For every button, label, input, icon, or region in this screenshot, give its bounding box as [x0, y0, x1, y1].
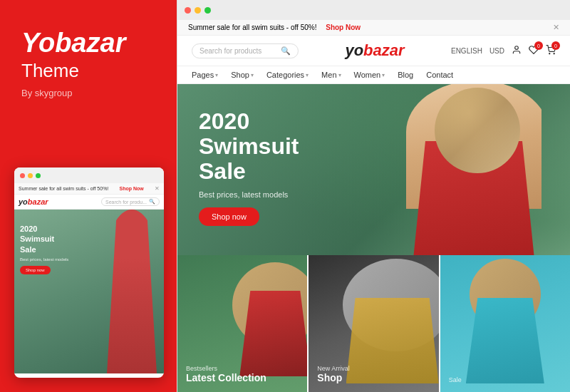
mini-search-bar[interactable]: Search for produ... 🔍 — [101, 197, 160, 206]
announcement-text: Summer sale for all swim suits - off 50%… — [188, 24, 316, 31]
mini-site-header: yobazar Search for produ... 🔍 — [14, 195, 164, 210]
nav-item-contact[interactable]: Contact — [426, 71, 453, 79]
mini-hero-section: 2020 Swimsuit Sale Best prices, latest m… — [14, 210, 164, 373]
mini-titlebar — [14, 167, 164, 183]
mini-hero-content: 2020 Swimsuit Sale Best prices, latest m… — [20, 224, 68, 274]
card3-model — [440, 255, 570, 392]
left-panel: Yobazar Theme By skygroup Summer sale fo… — [0, 0, 177, 392]
search-bar[interactable]: Search for products 🔍 — [192, 43, 299, 58]
mini-hero-title: 2020 Swimsuit Sale — [20, 224, 68, 254]
brand-subtitle: Theme — [21, 60, 79, 82]
hero-section: 2020 Swimsuit Sale Best prices, latest m… — [177, 84, 570, 255]
site-header: Search for products 🔍 yobazar ENGLISH US… — [177, 36, 570, 66]
browser-dot-yellow — [195, 7, 201, 14]
mini-dot-yellow — [28, 173, 33, 178]
card3-sub: Sale — [449, 376, 462, 383]
announcement-bar: Summer sale for all swim suits - off 50%… — [177, 20, 570, 36]
site-logo: yobazar — [306, 41, 444, 60]
mini-shop-button[interactable]: Shop now — [20, 266, 51, 274]
mini-hero-desc: Best prices, latest models — [20, 257, 68, 262]
browser-dot-green — [204, 7, 211, 14]
card3-label: Sale — [449, 376, 462, 383]
card-sale: Sale — [439, 255, 570, 392]
hero-content: 2020 Swimsuit Sale Best prices, latest m… — [199, 109, 299, 226]
hero-description: Best prices, latest models — [199, 190, 299, 199]
card-new-arrival: New Arrival Shop — [307, 255, 438, 392]
nav-item-pages[interactable]: Pages▾ — [192, 71, 218, 79]
card2-label: New Arrival Shop — [317, 365, 350, 383]
mini-logo: yobazar — [19, 197, 48, 206]
right-panel: Summer sale for all swim suits - off 50%… — [177, 0, 570, 392]
brand-by: By skygroup — [21, 88, 73, 98]
card1-sub: Bestsellers — [186, 365, 266, 372]
nav-item-blog[interactable]: Blog — [398, 71, 413, 79]
shop-now-link[interactable]: Shop Now — [326, 24, 361, 31]
close-announcement-button[interactable]: ✕ — [553, 23, 559, 32]
card-bestsellers: Bestsellers Latest Collection — [177, 255, 307, 392]
card2-title: Shop — [317, 372, 350, 383]
mini-close-button[interactable]: ✕ — [155, 185, 160, 192]
navigation-bar: Pages▾ Shop▾ Categories▾ Men▾ Women▾ Blo… — [177, 66, 570, 84]
cart-icon[interactable]: 0 — [546, 45, 556, 56]
hero-model-head — [435, 88, 520, 173]
currency-selector[interactable]: USD — [489, 47, 504, 55]
nav-item-men[interactable]: Men▾ — [321, 71, 341, 79]
user-icon[interactable] — [512, 45, 522, 56]
card1-title: Latest Collection — [186, 372, 266, 383]
hero-title: 2020 Swimsuit Sale — [199, 109, 299, 185]
browser-dot-red — [185, 7, 191, 14]
wishlist-badge: 0 — [534, 41, 543, 50]
mini-search-icon: 🔍 — [149, 199, 155, 205]
svg-point-0 — [515, 46, 519, 50]
cart-badge: 0 — [551, 41, 560, 50]
language-selector[interactable]: ENGLISH — [451, 47, 482, 55]
nav-item-categories[interactable]: Categories▾ — [266, 71, 309, 79]
mini-dot-red — [20, 173, 25, 178]
mini-announcement-text: Summer sale for all swim suits - off 50%… — [19, 186, 108, 191]
bottom-cards: Bestsellers Latest Collection New Arriva… — [177, 255, 570, 392]
search-icon: 🔍 — [281, 46, 291, 56]
mini-browser-mockup: Summer sale for all swim suits - off 50%… — [14, 167, 164, 378]
nav-item-women[interactable]: Women▾ — [354, 71, 385, 79]
hero-model-container — [378, 84, 542, 255]
brand-name: Yobazar — [21, 29, 125, 58]
wishlist-icon[interactable]: 0 — [529, 45, 539, 56]
nav-item-shop[interactable]: Shop▾ — [231, 71, 254, 79]
card1-label: Bestsellers Latest Collection — [186, 365, 266, 383]
mini-search-placeholder: Search for produ... — [105, 200, 147, 205]
search-placeholder: Search for products — [200, 47, 261, 55]
mini-announcement-bar: Summer sale for all swim suits - off 50%… — [14, 183, 164, 195]
svg-point-1 — [549, 53, 550, 54]
hero-shop-button[interactable]: Shop now — [199, 207, 259, 226]
browser-titlebar — [177, 0, 570, 20]
svg-point-2 — [554, 53, 554, 54]
mini-shop-now-link[interactable]: Shop Now — [120, 186, 144, 191]
header-right: ENGLISH USD 0 0 — [451, 45, 556, 56]
card2-sub: New Arrival — [317, 365, 350, 372]
mini-dot-green — [36, 173, 41, 178]
